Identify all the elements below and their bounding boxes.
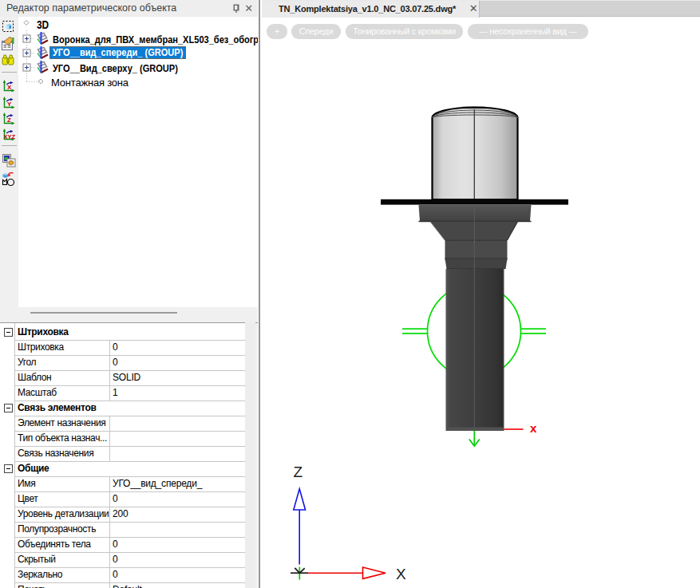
svg-text:X: X [396, 566, 406, 582]
svg-text:Z: Z [7, 116, 11, 124]
svg-text:x: x [530, 421, 537, 435]
svg-text:Y: Y [7, 101, 12, 108]
svg-text:XYZ: XYZ [4, 133, 16, 140]
svg-text:Z: Z [294, 464, 303, 480]
svg-text:X: X [7, 84, 12, 91]
